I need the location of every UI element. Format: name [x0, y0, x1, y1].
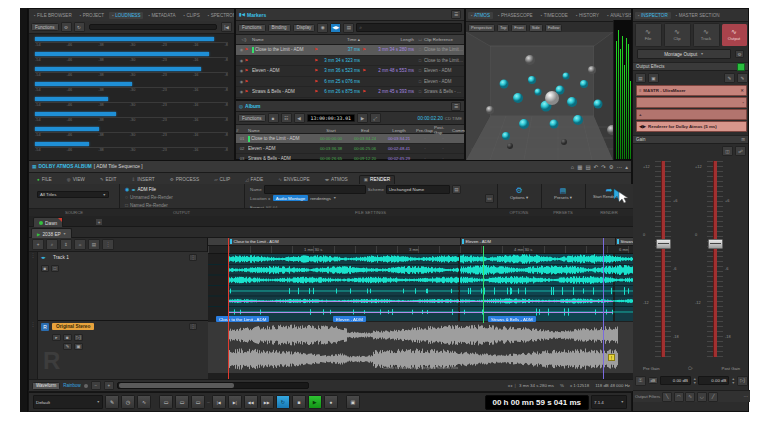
montage-clip-area[interactable]: Close to the Limit - ADMEleven - ADMStra…: [208, 238, 633, 379]
save-preset-icon[interactable]: ▣: [648, 73, 659, 83]
layout-icon[interactable]: ▦: [577, 164, 582, 170]
col-name[interactable]: Name: [252, 37, 314, 42]
tab-inspector[interactable]: ▪INSPECTOR: [635, 12, 671, 19]
left-dock-rail[interactable]: [20, 8, 28, 412]
tab-file-browser[interactable]: ▪FILE BROWSER: [31, 12, 75, 19]
stepper-icon[interactable]: ▲▼: [731, 377, 735, 385]
ribbon-tab-process[interactable]: ⚙PROCESS: [166, 175, 203, 183]
view-top-button[interactable]: Top: [497, 24, 509, 32]
zoom-tool-icon[interactable]: ⌕: [46, 239, 58, 250]
chevron-down-icon[interactable]: ▼: [333, 196, 337, 200]
pre-gain-fader[interactable]: +12+60-6-12-18: [643, 159, 683, 361]
col-length[interactable]: Length: [362, 37, 416, 42]
reset-icon[interactable]: ↻: [74, 22, 85, 32]
album-wizard-icon[interactable]: ☷: [281, 113, 292, 123]
tab-atmos[interactable]: ▪ATMOS: [468, 12, 493, 19]
audio-object-sphere[interactable]: [567, 97, 577, 107]
next-track-icon[interactable]: ▶: [357, 113, 368, 123]
solo-button[interactable]: □: [51, 265, 59, 272]
render-presets-button[interactable]: ▤ Presets ▾: [541, 186, 585, 200]
tab-clips[interactable]: ▪CLIPS: [180, 12, 202, 19]
new-tab-button[interactable]: +: [95, 218, 103, 226]
view-perspective-button[interactable]: Perspective: [468, 24, 495, 32]
play-reference-button[interactable]: ▸: [52, 334, 61, 341]
panel-menu-icon[interactable]: ☰: [451, 10, 461, 19]
tab-spectrometer[interactable]: ▪SPECTROMETER: [205, 12, 234, 19]
lock-icon[interactable]: ⚿: [635, 376, 646, 386]
pre-gain-value[interactable]: 0.00 dB: [660, 376, 691, 385]
loudness-zoom-slider[interactable]: [89, 24, 217, 30]
effects-active-indicator[interactable]: [737, 63, 745, 71]
transport-play-button[interactable]: ▶: [308, 395, 322, 409]
envelope-icon[interactable]: ▣: [74, 343, 83, 350]
render-options-button[interactable]: ⚙ Options ▾: [497, 186, 541, 200]
effect-slot-3[interactable]: +: [636, 109, 747, 120]
tab-rainbow[interactable]: Rainbow: [63, 383, 81, 388]
ribbon-tab-fade[interactable]: ◿FADE: [241, 175, 267, 183]
lock-checkbox[interactable]: □: [416, 58, 424, 63]
output-filter-icon[interactable]: ╱: [708, 392, 718, 402]
edit-a-icon[interactable]: ✎: [724, 73, 735, 83]
marker-row[interactable]: ◉⚑⚑6 mn 25 s 076 ms□Eleven - ADM: [236, 77, 464, 88]
col-length[interactable]: Length: [382, 128, 416, 133]
transport-record-button[interactable]: ●: [324, 395, 338, 409]
functions-button[interactable]: Functions: [238, 24, 266, 32]
marker-row[interactable]: ◉⚑Close to the Limit - ADM⚑37 ms⚑3 mn 34…: [236, 45, 464, 56]
gear-icon[interactable]: ⚙: [609, 164, 614, 170]
output-option-unnamed-re-render[interactable]: ○Unnamed Re-Render: [125, 193, 173, 201]
edit-cursor-line[interactable]: [228, 238, 229, 379]
speaker-icon[interactable]: ▷): [74, 334, 83, 341]
edit-icon[interactable]: ✎: [63, 343, 72, 350]
col-postgap[interactable]: Post-Gap: [434, 125, 452, 135]
audio-object-sphere[interactable]: [550, 120, 559, 129]
transport-envelope-button[interactable]: ∿: [137, 395, 151, 409]
scheme-value[interactable]: Unchanged Name: [386, 185, 450, 194]
gear-icon[interactable]: ⚙: [61, 22, 72, 32]
speaker-icon[interactable]: ▷): [737, 376, 748, 386]
link-faders-icon[interactable]: ☍: [735, 146, 746, 156]
tab-timecode[interactable]: ▪TIMECODE: [538, 12, 571, 19]
adm-track-waveforms[interactable]: [208, 254, 633, 321]
post-gain-value[interactable]: 0.00 dB: [698, 376, 729, 385]
ribbon-tab-render[interactable]: ▣RENDER: [359, 175, 395, 184]
transport-time-display[interactable]: 00 h 00 mn 59 s 041 ms: [485, 395, 590, 410]
track2-name[interactable]: Original Stereo: [52, 323, 94, 330]
collapse-icon[interactable]: ▴: [625, 164, 628, 170]
warning-marker-icon[interactable]: !: [608, 354, 615, 361]
track-menu-icon[interactable]: ⋮: [189, 323, 197, 330]
bypass-icon[interactable]: ◫: [722, 146, 733, 156]
track-drag-handle[interactable]: ⋮: [29, 252, 38, 321]
prev-track-icon[interactable]: ◀: [294, 113, 305, 123]
album-timecode[interactable]: 13:00:00:33.01: [307, 114, 355, 122]
transport-edit-cursor-button[interactable]: ✎: [105, 395, 119, 409]
montage-output-select[interactable]: Montage Output ▼: [637, 49, 731, 59]
track-drag-handle[interactable]: ⋮: [29, 321, 38, 379]
binding-button[interactable]: Binding: [268, 24, 291, 32]
tab-loudness[interactable]: ▪LOUDNESS: [109, 12, 143, 19]
tab-master-section[interactable]: ▪MASTER SECTION: [673, 12, 723, 19]
source-file-button[interactable]: ∿File: [635, 23, 662, 47]
tab-waveform[interactable]: Waveform: [32, 382, 60, 390]
audio-object-sphere[interactable]: [594, 100, 603, 109]
col-end[interactable]: End: [348, 128, 382, 133]
tab-project[interactable]: ▪PROJECT: [77, 12, 107, 19]
view-follow-button[interactable]: Follow: [545, 24, 563, 32]
audio-object-sphere[interactable]: [519, 119, 529, 129]
more-icon[interactable]: ⋯: [744, 394, 749, 399]
marker-row[interactable]: ◉⚑Straws & Bells - ADM⚑6 mn 26 s 875 ms⚑…: [236, 87, 464, 98]
clip-header-label[interactable]: Close to the Limit - ADM: [230, 239, 279, 244]
lock-checkbox[interactable]: □: [416, 89, 424, 94]
output-filter-icon[interactable]: ◠: [674, 392, 684, 402]
lock-checkbox[interactable]: □: [416, 68, 424, 73]
audio-object-sphere[interactable]: [528, 76, 536, 84]
clip-header-label[interactable]: Straws & Bells - ADM: [617, 239, 633, 244]
time-ruler[interactable]: 1 mn 30 s3 mn4 mn 30 s6 mn: [208, 246, 633, 254]
post-gap[interactable]: ·: [434, 136, 452, 141]
mute-button[interactable]: ■: [41, 265, 49, 272]
lock-checkbox[interactable]: □: [416, 79, 424, 84]
source-track-button[interactable]: ∿Track: [693, 23, 720, 47]
marker-row[interactable]: ◉⚑Eleven - ADM⚑3 mn 36 s 523 ms⚑2 mn 48 …: [236, 66, 464, 77]
col-clip-reference[interactable]: Clip Reference: [424, 37, 464, 42]
output-filter-icon[interactable]: ◡: [697, 392, 707, 402]
transport-rewind-button[interactable]: ◀◀: [244, 395, 258, 409]
